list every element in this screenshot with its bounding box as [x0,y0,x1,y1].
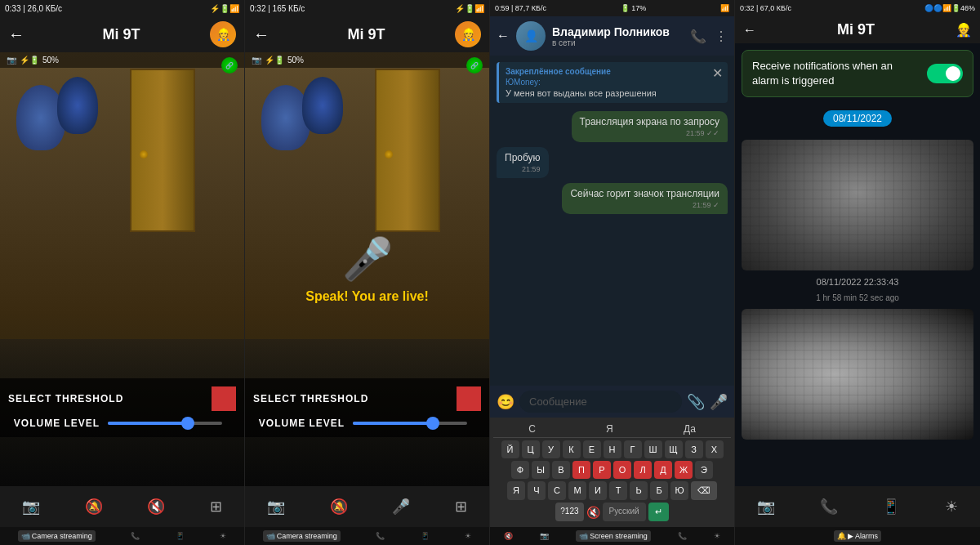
footer-camera-streaming-1[interactable]: 📹 Camera streaming [18,530,96,542]
key-mic-kb[interactable]: 🔇 [586,503,600,521]
message-text-1: Трансляция экрана по запросу [580,116,719,127]
footer-alarms-4[interactable]: 🔔 ▶ Alarms [834,530,881,542]
status-bar-2: 0:32 | 165 КБ/с ⚡🔋📶 [245,0,489,16]
footer-brightness-2[interactable]: ☀ [465,532,471,540]
chat-more-icon[interactable]: ⋮ [715,29,728,44]
nav-nobell-1[interactable]: 🔕 [85,498,103,516]
alarm-thumbnail-2 [742,309,973,440]
footer-phone2-1[interactable]: 📱 [176,532,185,540]
key-й[interactable]: Й [501,440,519,458]
volume-row-2: VOLUME LEVEL [253,418,481,429]
volume-slider-2[interactable] [353,422,467,425]
key-т[interactable]: Т [609,481,627,500]
alarm-entry-2[interactable] [742,309,973,440]
footer-camera-streaming-2[interactable]: 📹 Camera streaming [263,530,341,542]
chat-call-icon[interactable]: 📞 [690,29,706,44]
back-button-2[interactable]: ← [253,25,270,44]
key-д[interactable]: Д [654,461,672,479]
alarm-entry-1[interactable] [742,140,973,270]
key-п[interactable]: П [572,461,590,479]
footer-mute-3[interactable]: 🔇 [504,532,513,540]
suggestion-3[interactable]: Да [684,423,696,435]
nav-camera-1[interactable]: 📷 [22,498,40,516]
nav-mic-2[interactable]: 🎤 [392,498,410,516]
key-н[interactable]: Н [604,440,621,458]
nav-brightness-4[interactable]: ☀ [945,498,958,516]
footer-brightness-3[interactable]: ☀ [714,532,720,540]
key-ф[interactable]: Ф [511,461,529,479]
key-enter[interactable]: ↵ [648,503,669,521]
key-с[interactable]: С [548,481,566,500]
avatar-2[interactable]: 👷 [455,21,481,47]
key-lang[interactable]: Русский [603,503,646,521]
nav-fullscreen-2[interactable]: ⊞ [455,498,467,516]
footer-phone-2[interactable]: 📞 [376,532,385,540]
key-л[interactable]: Л [634,461,652,479]
nav-fullscreen-1[interactable]: ⊞ [210,498,222,516]
notification-toggle[interactable] [927,64,963,83]
key-г[interactable]: Г [624,440,642,458]
key-ж[interactable]: Ж [675,461,693,479]
key-и[interactable]: И [589,481,607,500]
footer-screen-streaming-3[interactable]: 📹 Screen streaming [576,530,651,542]
key-ч[interactable]: Ч [528,481,546,500]
page-title-1: Mi 9T [33,26,210,43]
chat-avatar[interactable]: 👤 [516,21,546,51]
key-backspace[interactable]: ⌫ [691,481,717,500]
threshold-label-2: SELECT THRESHOLD [253,393,368,404]
key-з[interactable]: З [685,440,703,458]
footer-phone-3[interactable]: 📞 [678,532,687,540]
slider-thumb-1[interactable] [181,417,194,430]
key-е[interactable]: Е [583,440,601,458]
key-х[interactable]: Х [706,440,724,458]
back-button-4[interactable]: ← [743,23,756,38]
panel-1: 0:33 | 26,0 КБ/с ⚡🔋📶 ← Mi 9T 👷 📷 ⚡🔋 50% … [0,0,245,545]
volume-slider-1[interactable] [108,422,222,425]
chat-top-bar: ← 👤 Владимир Полников в сети 📞 ⋮ [490,16,734,56]
attach-button[interactable]: 📎 [687,393,705,411]
key-я[interactable]: Я [507,481,525,500]
status-left-1: 0:33 | 26,0 КБ/с [5,4,62,13]
back-button-1[interactable]: ← [8,25,24,44]
nav-nobell-2[interactable]: 🔕 [330,498,348,516]
nav-camera-2[interactable]: 📷 [267,498,285,516]
footer-camera-3[interactable]: 📷 [540,532,549,540]
key-ц[interactable]: Ц [522,440,540,458]
avatar-4[interactable]: 👷 [956,22,972,38]
keyboard-row-3: Я Ч С М И Т Ь Б Ю ⌫ [493,481,731,500]
suggestion-2[interactable]: Я [606,423,613,435]
status-bar-4: 0:32 | 67,0 КБ/с 🔵🔵📶🔋46% [735,0,980,16]
key-ь[interactable]: Ь [630,481,648,500]
key-э[interactable]: Э [695,461,713,479]
avatar-1[interactable]: 👷 [210,21,236,47]
pinned-close-button[interactable]: ✕ [712,65,723,81]
suggestion-1[interactable]: С [528,423,536,435]
key-num[interactable]: ?123 [555,503,583,521]
nav-camera-4[interactable]: 📷 [757,498,775,516]
key-в[interactable]: В [552,461,570,479]
nav-mute-1[interactable]: 🔇 [147,498,165,516]
slider-thumb-2[interactable] [426,417,439,430]
key-о[interactable]: О [613,461,631,479]
key-р[interactable]: Р [593,461,611,479]
nav-phone-4[interactable]: 📞 [820,498,838,516]
footer-phone2-2[interactable]: 📱 [421,532,430,540]
footer-phone-1[interactable]: 📞 [131,532,140,540]
controls-overlay-1: SELECT THRESHOLD VOLUME LEVEL [0,378,244,437]
chat-input-field[interactable] [519,391,682,413]
key-к[interactable]: К [563,440,581,458]
key-у[interactable]: У [542,440,560,458]
key-ш[interactable]: Ш [644,440,662,458]
nav-phone2-4[interactable]: 📱 [882,498,900,516]
footer-brightness-1[interactable]: ☀ [220,532,226,540]
key-ы[interactable]: Ы [532,461,550,479]
chat-back-button[interactable]: ← [497,29,510,43]
status-signal-3: 📶 [720,4,729,12]
key-ю[interactable]: Ю [670,481,688,500]
key-щ[interactable]: Щ [665,440,683,458]
key-м[interactable]: М [568,481,586,500]
speak-text: Speak! You are live! [305,289,429,304]
key-б[interactable]: Б [650,481,668,500]
voice-button[interactable]: 🎤 [710,393,728,411]
emoji-button[interactable]: 😊 [497,393,514,411]
